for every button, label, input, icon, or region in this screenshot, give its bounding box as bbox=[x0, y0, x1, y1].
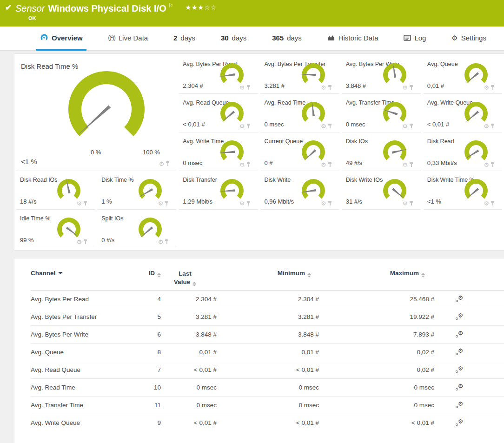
gauge-dial bbox=[462, 178, 490, 203]
cell-maximum: 19.922 # bbox=[321, 313, 435, 320]
cell-channel[interactable]: Avg. Bytes Per Write bbox=[31, 331, 140, 338]
channel-settings-icon[interactable]: ⚙ bbox=[456, 313, 464, 320]
column-header-channel[interactable]: Channel bbox=[31, 270, 140, 277]
gauge-settings-icon[interactable]: ⚙ bbox=[321, 162, 326, 168]
gauge-settings-icon[interactable]: ⚙ bbox=[484, 123, 489, 129]
main-content: Disk Read Time % <1 % 0 % 100 % ⚙ Avg. B… bbox=[0, 51, 504, 443]
gauge-settings-icon[interactable]: ⚙ bbox=[158, 239, 164, 245]
gauge-settings-icon[interactable]: ⚙ bbox=[158, 200, 164, 206]
tab-live-data[interactable]: ((•))Live Data bbox=[105, 26, 152, 51]
cell-channel[interactable]: Avg. Write Queue bbox=[31, 419, 140, 426]
channel-settings-icon[interactable]: ⚙ bbox=[456, 383, 464, 390]
channel-settings-icon[interactable]: ⚙ bbox=[456, 348, 464, 355]
gauge-avg-queue: Avg. Queue 0,01 #⚙ bbox=[424, 55, 502, 94]
pin-icon[interactable] bbox=[328, 162, 332, 167]
pin-icon[interactable] bbox=[83, 239, 87, 245]
gauge-title: Disk Time % bbox=[101, 177, 133, 183]
pin-icon[interactable] bbox=[409, 201, 413, 206]
cell-last-value: 3.281 # bbox=[161, 313, 221, 320]
tab-2-days[interactable]: 2days bbox=[170, 26, 199, 51]
tab-settings[interactable]: ⚙Settings bbox=[448, 26, 490, 51]
gauge-settings-icon[interactable]: ⚙ bbox=[239, 85, 245, 91]
gauge-settings-icon[interactable]: ⚙ bbox=[484, 200, 489, 206]
cell-channel[interactable]: Avg. Bytes Per Read bbox=[31, 296, 140, 303]
cell-channel[interactable]: Avg. Read Queue bbox=[31, 366, 140, 373]
gauge-settings-icon[interactable]: ⚙ bbox=[239, 200, 245, 206]
column-header-id[interactable]: ID bbox=[140, 270, 161, 278]
pin-icon[interactable] bbox=[491, 201, 495, 206]
pin-icon[interactable] bbox=[328, 85, 332, 90]
cell-channel[interactable]: Avg. Queue bbox=[31, 349, 140, 356]
rating-stars[interactable]: ★★★☆☆ bbox=[185, 4, 217, 11]
flag-icon[interactable]: ⚐ bbox=[168, 2, 173, 9]
pin-icon[interactable] bbox=[328, 124, 332, 129]
tab-historic-data[interactable]: Historic Data bbox=[324, 26, 382, 51]
gauge-disk-ios: Disk IOs 49 #/s⚙ bbox=[342, 132, 421, 171]
gauge-title: Disk Write bbox=[265, 177, 291, 183]
pin-icon[interactable] bbox=[165, 201, 169, 206]
pin-icon[interactable] bbox=[246, 124, 251, 129]
cell-last-value: 0 msec bbox=[161, 402, 221, 409]
pin-icon[interactable] bbox=[491, 85, 495, 90]
gauge-settings-icon[interactable]: ⚙ bbox=[484, 162, 489, 168]
gauge-settings-icon[interactable]: ⚙ bbox=[321, 123, 326, 129]
pin-icon[interactable] bbox=[409, 85, 413, 90]
gauge-title: Idle Time % bbox=[20, 215, 50, 222]
channel-settings-icon[interactable]: ⚙ bbox=[456, 366, 464, 373]
cell-channel[interactable]: Avg. Read Time bbox=[31, 384, 140, 391]
gauge-settings-icon[interactable]: ⚙ bbox=[402, 85, 408, 91]
gauge-avg-write-queue: Avg. Write Queue < 0,01 #⚙ bbox=[424, 94, 502, 132]
gauge-settings-icon[interactable]: ⚙ bbox=[77, 200, 82, 206]
pin-icon[interactable] bbox=[166, 161, 170, 166]
pin-icon[interactable] bbox=[246, 201, 251, 206]
tab-365-days[interactable]: 365days bbox=[268, 26, 305, 51]
gauge-value: 2.304 # bbox=[183, 82, 203, 89]
cell-channel[interactable]: Avg. Transfer Time bbox=[31, 402, 140, 409]
gauge-dial bbox=[462, 139, 490, 165]
channel-settings-icon[interactable]: ⚙ bbox=[456, 295, 464, 302]
status-check-icon: ✔ bbox=[5, 3, 12, 13]
tab-30-days[interactable]: 30days bbox=[217, 26, 250, 51]
gauge-icon bbox=[40, 34, 48, 41]
gauge-dial bbox=[299, 101, 327, 126]
gauge-disk-time: Disk Time % 1 %⚙ bbox=[98, 171, 176, 210]
table-row: Avg. Transfer Time110 msec0 msec0 msec⚙ bbox=[31, 396, 504, 414]
pin-icon[interactable] bbox=[491, 162, 495, 167]
pin-icon[interactable] bbox=[246, 162, 251, 167]
gauge-settings-icon[interactable]: ⚙ bbox=[239, 123, 245, 129]
pin-icon[interactable] bbox=[83, 201, 87, 206]
gauge-max-label: 100 % bbox=[143, 149, 160, 156]
gauge-dial bbox=[299, 62, 327, 87]
gauge-settings-icon[interactable]: ⚙ bbox=[159, 161, 165, 167]
pin-icon[interactable] bbox=[409, 162, 413, 167]
gauge-settings-icon[interactable]: ⚙ bbox=[402, 200, 408, 206]
gauge-settings-icon[interactable]: ⚙ bbox=[321, 85, 326, 91]
cell-last-value: 3.848 # bbox=[161, 331, 221, 338]
pin-icon[interactable] bbox=[328, 201, 332, 206]
channel-settings-icon[interactable]: ⚙ bbox=[456, 419, 464, 426]
column-header-minimum[interactable]: Minimum bbox=[221, 270, 321, 278]
tab-log[interactable]: Log bbox=[400, 26, 430, 51]
gauge-settings-icon[interactable]: ⚙ bbox=[239, 162, 245, 168]
gauge-settings-icon[interactable]: ⚙ bbox=[402, 123, 408, 129]
gauge-value: 1,29 Mbit/s bbox=[183, 198, 212, 205]
tab-number: 365 bbox=[272, 34, 284, 42]
pin-icon[interactable] bbox=[491, 124, 495, 129]
cell-maximum: 7.893 # bbox=[321, 331, 435, 338]
column-header-last-value[interactable]: Last Value bbox=[161, 270, 221, 286]
gauge-settings-icon[interactable]: ⚙ bbox=[484, 85, 489, 91]
tab-overview[interactable]: Overview bbox=[36, 26, 86, 51]
gauge-dial bbox=[381, 178, 409, 203]
channel-settings-icon[interactable]: ⚙ bbox=[456, 401, 464, 408]
pin-icon[interactable] bbox=[246, 85, 251, 90]
pin-icon[interactable] bbox=[409, 124, 413, 129]
gauge-settings-icon[interactable]: ⚙ bbox=[77, 239, 82, 245]
cell-id: 4 bbox=[140, 296, 161, 303]
column-header-maximum[interactable]: Maximum bbox=[321, 270, 435, 278]
pin-icon[interactable] bbox=[165, 239, 169, 245]
gauge-settings-icon[interactable]: ⚙ bbox=[402, 162, 408, 168]
channel-settings-icon[interactable]: ⚙ bbox=[456, 331, 464, 337]
gauge-settings-icon[interactable]: ⚙ bbox=[321, 200, 326, 206]
cell-id: 11 bbox=[140, 402, 161, 409]
cell-channel[interactable]: Avg. Bytes Per Transfer bbox=[31, 313, 140, 320]
